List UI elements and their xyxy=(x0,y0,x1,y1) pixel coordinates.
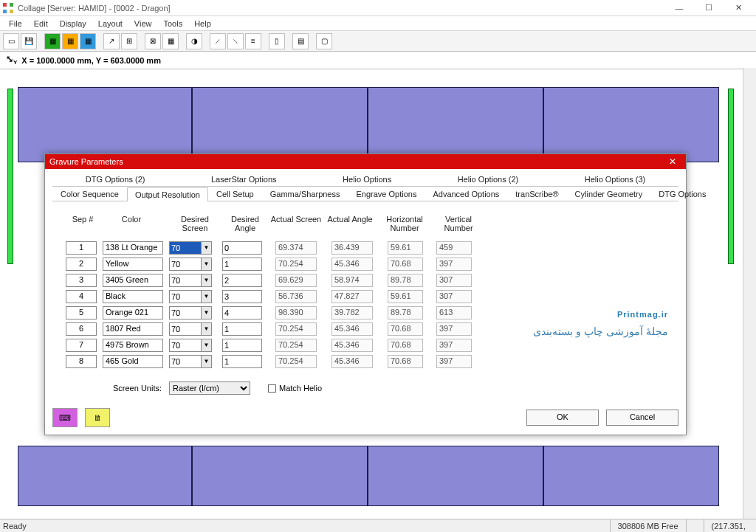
dropdown-arrow-icon[interactable]: ▼ xyxy=(201,242,211,254)
cell-desired-screen[interactable]: ▼ xyxy=(169,355,212,368)
cell-desired-screen[interactable]: ▼ xyxy=(169,274,212,287)
cell-desired-screen[interactable]: ▼ xyxy=(169,290,212,303)
tab-transcribe[interactable]: tranScribe® xyxy=(507,187,566,201)
tab-cell-setup[interactable]: Cell Setup xyxy=(208,187,262,201)
cell-color[interactable]: 138 Lt Orange xyxy=(103,241,163,255)
cell-color[interactable]: Orange 021 xyxy=(103,306,163,319)
minimize-button[interactable]: — xyxy=(664,0,694,16)
tab-engrave-options[interactable]: Engrave Options xyxy=(348,187,425,201)
toolbar-button[interactable]: ⊠ xyxy=(145,33,161,49)
toolbar-button[interactable]: ▯ xyxy=(269,33,285,49)
cell-horizontal-number: 59.61 xyxy=(388,241,423,255)
toolbar-button[interactable]: ⟋ xyxy=(210,33,226,49)
toolbar-button[interactable]: ▭ xyxy=(3,33,19,49)
toolbar-button[interactable]: ≡ xyxy=(245,33,261,49)
cell-desired-screen[interactable]: ▼ xyxy=(169,258,212,271)
cell-sep: 2 xyxy=(66,258,97,271)
cancel-button[interactable]: Cancel xyxy=(606,410,678,426)
desired-screen-input[interactable] xyxy=(170,339,201,351)
maximize-button[interactable]: ☐ xyxy=(694,0,724,16)
desired-angle-input[interactable] xyxy=(222,306,262,319)
ok-button[interactable]: OK xyxy=(526,410,599,426)
desired-angle-input[interactable] xyxy=(222,290,262,303)
table-row: 8465 Gold▼70.25445.34670.68397 xyxy=(66,353,678,370)
tab-dtg-options[interactable]: DTG Options xyxy=(650,187,714,201)
desired-angle-input[interactable] xyxy=(222,274,262,287)
desired-screen-input[interactable] xyxy=(170,323,201,335)
toolbar-button[interactable]: ◑ xyxy=(186,33,202,49)
desired-angle-input[interactable] xyxy=(222,355,262,368)
match-helio-checkbox[interactable]: Match Helio xyxy=(268,384,322,393)
cell-actual-screen: 69.374 xyxy=(275,241,317,255)
desired-screen-input[interactable] xyxy=(170,291,201,303)
cell-color[interactable]: 465 Gold xyxy=(103,355,163,368)
toolbar-button[interactable]: ▦ xyxy=(80,33,96,49)
close-window-button[interactable]: ✕ xyxy=(724,0,753,16)
menu-layout[interactable]: Layout xyxy=(92,18,128,30)
tab-color-sequence[interactable]: Color Sequence xyxy=(52,187,127,201)
tab-output-resolution[interactable]: Output Resolution xyxy=(127,187,208,201)
cell-vertical-number: 397 xyxy=(436,258,472,271)
cell-color[interactable]: 4975 Brown xyxy=(103,339,163,352)
menu-help[interactable]: Help xyxy=(188,18,217,30)
cell-desired-screen[interactable]: ▼ xyxy=(169,306,212,319)
cell-horizontal-number: 70.68 xyxy=(388,355,423,368)
toolbar-button[interactable]: ⟍ xyxy=(227,33,244,49)
menu-edit[interactable]: Edit xyxy=(28,18,54,30)
tab-dtg-options-2[interactable]: DTG Options (2) xyxy=(78,172,154,186)
watermark: Printmag.ir مجلهٔ آموزشی چاپ و بسته‌بندی xyxy=(533,293,668,337)
menu-display[interactable]: Display xyxy=(54,18,92,30)
desired-screen-input[interactable] xyxy=(170,242,201,254)
dialog-close-button[interactable]: ✕ xyxy=(664,154,681,169)
cell-horizontal-number: 70.68 xyxy=(388,339,423,352)
desired-angle-input[interactable] xyxy=(222,258,262,271)
toolbar-button[interactable]: ▦ xyxy=(162,33,179,49)
toolbar-button[interactable]: ▦ xyxy=(44,33,61,49)
toolbar-button[interactable]: ▢ xyxy=(316,33,332,49)
tab-gamma-sharpness[interactable]: Gamma/Sharpness xyxy=(262,187,348,201)
toolbar-button[interactable]: 💾 xyxy=(21,33,37,49)
tab-cylinder-geometry[interactable]: Cylinder Geometry xyxy=(567,187,651,201)
tab-advanced-options[interactable]: Advanced Options xyxy=(425,187,507,201)
desired-angle-input[interactable] xyxy=(222,241,262,255)
footer-icon-note[interactable]: 🗎 xyxy=(85,408,110,427)
dropdown-arrow-icon[interactable]: ▼ xyxy=(201,291,211,303)
cell-desired-screen[interactable]: ▼ xyxy=(169,322,212,336)
dropdown-arrow-icon[interactable]: ▼ xyxy=(201,339,211,351)
menu-file[interactable]: File xyxy=(3,18,28,30)
cell-color[interactable]: Yellow xyxy=(103,258,163,271)
dropdown-arrow-icon[interactable]: ▼ xyxy=(201,356,211,367)
tab-helio-options-2[interactable]: Helio Options (2) xyxy=(450,172,527,186)
desired-screen-input[interactable] xyxy=(170,258,201,270)
desired-screen-input[interactable] xyxy=(170,274,201,286)
vertical-scrollbar[interactable] xyxy=(743,68,756,519)
screen-units-select[interactable]: Raster (l/cm) xyxy=(169,381,250,395)
cell-actual-angle: 36.439 xyxy=(331,241,373,255)
cell-color[interactable]: 1807 Red xyxy=(103,322,163,336)
dropdown-arrow-icon[interactable]: ▼ xyxy=(201,323,211,335)
cell-actual-screen: 70.254 xyxy=(275,339,317,352)
desired-angle-input[interactable] xyxy=(222,322,262,336)
dropdown-arrow-icon[interactable]: ▼ xyxy=(201,258,211,270)
cell-color[interactable]: Black xyxy=(103,290,163,303)
cell-color[interactable]: 3405 Green xyxy=(103,274,163,287)
tab-laserstar-options[interactable]: LaserStar Options xyxy=(203,172,285,186)
desired-angle-input[interactable] xyxy=(222,339,262,352)
footer-icon-keyboard[interactable]: ⌨ xyxy=(52,408,78,427)
tab-helio-options-3[interactable]: Helio Options (3) xyxy=(577,172,654,186)
desired-screen-input[interactable] xyxy=(170,307,201,319)
toolbar-button[interactable]: ▤ xyxy=(292,33,309,49)
screen-units-label: Screen Units: xyxy=(113,384,162,393)
toolbar-button[interactable]: ▦ xyxy=(62,33,78,49)
tab-helio-options[interactable]: Helio Options xyxy=(334,172,399,186)
menu-view[interactable]: View xyxy=(128,18,158,30)
toolbar-button[interactable]: ↗ xyxy=(103,33,120,49)
cell-desired-screen[interactable]: ▼ xyxy=(169,241,212,255)
menu-tools[interactable]: Tools xyxy=(157,18,188,30)
toolbar-button[interactable]: ⊞ xyxy=(121,33,137,49)
desired-screen-input[interactable] xyxy=(170,356,201,367)
cell-desired-screen[interactable]: ▼ xyxy=(169,339,212,352)
dropdown-arrow-icon[interactable]: ▼ xyxy=(201,274,211,286)
header-horizontal-number: Horizontal Number xyxy=(377,215,432,232)
dropdown-arrow-icon[interactable]: ▼ xyxy=(201,307,211,319)
